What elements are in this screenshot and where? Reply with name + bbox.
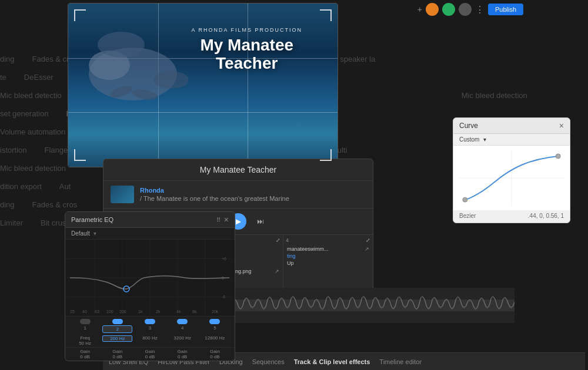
- toolbar-track-clip[interactable]: Track & Clip level effects: [294, 358, 370, 365]
- clip-file-4-2: ting: [286, 253, 370, 260]
- eq-drag-icon: ⠿: [216, 217, 220, 223]
- eq-band-2: 2: [102, 319, 132, 333]
- avatar-3: [459, 3, 472, 16]
- curve-preset-label: Custom: [459, 136, 479, 143]
- toolbar-sequences[interactable]: Sequences: [252, 358, 285, 365]
- eq-band-1: 1: [70, 319, 100, 333]
- eq-window-title: Parametric EQ: [71, 216, 113, 223]
- svg-text:40: 40: [82, 310, 87, 314]
- bg-text-bleed: Mic bleed detectio: [0, 91, 62, 100]
- project-title: My Manatee Teacher: [103, 159, 373, 181]
- eq-gain-1: Gain0 dB: [70, 349, 100, 359]
- crop-marker-br: [320, 149, 332, 161]
- svg-text:+6: +6: [222, 257, 226, 261]
- clip-file-4-3: Up: [286, 260, 370, 267]
- eq-preset-label: Default: [71, 230, 90, 237]
- eq-width-row: Width2.0 2.0 2.0 2.0 2.0: [65, 361, 235, 361]
- manatee-svg: [74, 9, 203, 127]
- curve-window-title: Curve: [459, 122, 478, 130]
- bg-text: ding: [0, 55, 15, 63]
- eq-freq-labels-row: Freq 50 Hz 200 Hz 800 Hz 3200 Hz 12800 H…: [65, 335, 235, 347]
- project-author: Rhonda: [140, 187, 289, 194]
- eq-freq-label-1: Freq 50 Hz: [70, 335, 100, 346]
- svg-point-32: [463, 197, 467, 202]
- bg-text: Volume automation: [0, 127, 65, 136]
- eq-close-button[interactable]: ×: [224, 215, 229, 224]
- bg-text: Limiter: [0, 218, 23, 227]
- eq-band-4: 4: [168, 319, 198, 333]
- curve-preset-arrow: ▾: [483, 136, 486, 143]
- curve-graph: [453, 146, 570, 210]
- toolbar-timeline-editor[interactable]: Timeline editor: [379, 358, 422, 365]
- eq-graph: 25 40 63 100 200 1k 2k 4k 8k 20k +6 0 -6: [65, 240, 235, 316]
- bg-text-bleed-2: Mic bleed detection: [0, 164, 66, 173]
- eq-window: Parametric EQ ⠿ × Default ▾ 25 40 63 100…: [65, 211, 235, 361]
- avatar-1: [426, 3, 439, 16]
- crop-marker-tl: [74, 9, 86, 21]
- band-4-toggle[interactable]: [177, 319, 188, 324]
- svg-point-2: [153, 71, 189, 89]
- svg-text:-6: -6: [222, 295, 225, 299]
- avatar-2: [442, 3, 455, 16]
- eq-preset-row: Default ▾: [65, 228, 235, 240]
- clip-file-4-1: manateeswimm... ↗: [286, 245, 370, 253]
- bg-text: set generation: [0, 109, 48, 118]
- bezier-label: Bezier: [459, 213, 476, 219]
- svg-text:1k: 1k: [138, 310, 143, 314]
- curve-window: Curve × Custom ▾ Bezier .44, 0, 0.56, 1: [453, 117, 570, 223]
- svg-text:63: 63: [95, 310, 99, 314]
- band-5-toggle[interactable]: [209, 319, 220, 324]
- curve-info: Bezier .44, 0, 0.56, 1: [453, 210, 570, 221]
- bg-text: ding: [0, 200, 15, 209]
- publish-button[interactable]: Publish: [488, 4, 523, 15]
- clip-num-4: 4: [286, 237, 289, 243]
- eq-bands-row: 1 2 3 4 5: [65, 316, 235, 335]
- curve-preset-row: Custom ▾: [453, 134, 570, 146]
- eq-freq-label-2: 200 Hz: [102, 335, 132, 346]
- svg-text:100: 100: [106, 310, 113, 314]
- bg-text: istortion: [0, 146, 27, 154]
- video-main-title: My Manatee Teacher: [191, 36, 302, 73]
- band-2-freq: 2: [102, 325, 132, 333]
- eq-gain-row: Gain0 dB Gain0 dB Gain0 dB Gain0 dB Gain…: [65, 347, 235, 361]
- bg-text-bleed: Mic bleed detection: [462, 91, 527, 100]
- band-4-freq: 4: [168, 325, 198, 331]
- curve-close-button[interactable]: ×: [559, 121, 564, 130]
- svg-text:2k: 2k: [156, 310, 161, 314]
- eq-graph-svg: 25 40 63 100 200 1k 2k 4k 8k 20k +6 0 -6: [65, 240, 235, 316]
- band-2-toggle[interactable]: [112, 319, 123, 324]
- fast-forward-button[interactable]: ⏭: [253, 214, 268, 228]
- svg-point-33: [556, 154, 560, 159]
- band-3-toggle[interactable]: [145, 319, 155, 324]
- svg-point-5: [98, 32, 145, 58]
- bg-text: Aut: [59, 182, 71, 191]
- video-subtitle: A RHONDA FILMS PRODUCTION: [191, 27, 302, 33]
- eq-freq-label-3: 800 Hz: [135, 335, 165, 346]
- crop-marker-tr: [320, 9, 332, 21]
- band-1-freq: 1: [70, 325, 100, 331]
- video-title-area: A RHONDA FILMS PRODUCTION My Manatee Tea…: [191, 27, 302, 73]
- project-description: / The Manatee is one of the ocean's grea…: [140, 195, 289, 202]
- project-info-row: Rhonda / The Manatee is one of the ocean…: [103, 181, 373, 208]
- eq-preset-arrow: ▾: [93, 230, 96, 237]
- bg-text: te: [0, 73, 6, 82]
- curve-graph-svg: [458, 150, 565, 206]
- clip-4-icon: ⤢: [366, 237, 370, 243]
- eq-freq-label-5: 12800 Hz: [200, 335, 230, 346]
- bg-text: Bit crus: [41, 218, 66, 227]
- svg-text:4k: 4k: [176, 310, 181, 314]
- eq-band-5: 5: [200, 319, 230, 333]
- eq-freq-label-4: 3200 Hz: [168, 335, 198, 346]
- eq-band-3: 3: [135, 319, 165, 333]
- video-preview-window: A RHONDA FILMS PRODUCTION My Manatee Tea…: [68, 3, 338, 167]
- band-1-toggle[interactable]: [80, 319, 91, 324]
- svg-text:20k: 20k: [212, 310, 219, 314]
- bg-text: DeEsser: [24, 73, 54, 82]
- bezier-value: .44, 0, 0.56, 1: [528, 213, 564, 219]
- bg-text: Fades & cros: [32, 200, 78, 209]
- svg-text:8k: 8k: [192, 310, 197, 314]
- curve-titlebar: Curve ×: [453, 118, 570, 134]
- header-share-area: + ⋮ Publish: [417, 3, 523, 16]
- eq-gain-4: Gain0 dB: [168, 349, 198, 359]
- band-3-freq: 3: [135, 325, 165, 331]
